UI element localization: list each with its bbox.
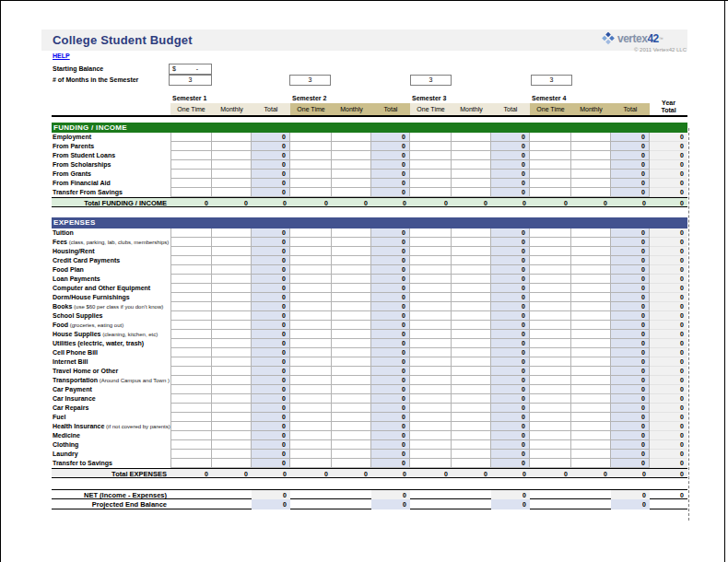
cell-monthly[interactable] [452,339,491,348]
cell-one-time[interactable] [530,311,571,321]
cell-monthly[interactable] [332,188,371,197]
cell-one-time[interactable] [290,404,332,413]
cell-one-time[interactable] [530,357,571,367]
cell-monthly[interactable] [212,188,252,197]
cell-one-time[interactable] [170,275,212,284]
cell-monthly[interactable] [452,311,491,321]
cell-monthly[interactable] [212,238,252,247]
cell-monthly[interactable] [571,275,611,284]
cell-monthly[interactable] [452,357,491,367]
cell-one-time[interactable] [290,450,332,459]
cell-monthly[interactable] [332,142,371,151]
cell-monthly[interactable] [212,170,252,179]
cell-monthly[interactable] [212,247,252,256]
cell-monthly[interactable] [332,151,371,160]
cell-one-time[interactable] [530,348,571,357]
cell-one-time[interactable] [170,170,212,179]
cell-one-time[interactable] [290,422,332,431]
cell-monthly[interactable] [212,151,252,160]
cell-one-time[interactable] [530,275,571,284]
cell-one-time[interactable] [530,228,571,238]
cell-monthly[interactable] [571,293,611,302]
cell-monthly[interactable] [571,142,611,151]
cell-monthly[interactable] [332,348,371,357]
cell-monthly[interactable] [452,404,491,413]
cell-monthly[interactable] [452,228,491,238]
cell-one-time[interactable] [290,459,332,468]
cell-monthly[interactable] [212,265,252,275]
cell-one-time[interactable] [170,367,212,376]
cell-one-time[interactable] [170,404,212,413]
cell-monthly[interactable] [452,293,491,302]
cell-one-time[interactable] [290,302,332,311]
cell-monthly[interactable] [212,284,252,293]
months-input-semester-4[interactable]: 3 [531,75,572,86]
cell-one-time[interactable] [170,265,212,275]
cell-monthly[interactable] [212,179,252,188]
cell-one-time[interactable] [290,431,332,440]
cell-monthly[interactable] [452,321,491,330]
cell-one-time[interactable] [290,413,332,422]
cell-monthly[interactable] [332,265,371,275]
cell-one-time[interactable] [410,404,452,413]
cell-one-time[interactable] [290,321,332,330]
cell-one-time[interactable] [170,228,212,238]
cell-monthly[interactable] [212,293,252,302]
cell-monthly[interactable] [212,330,252,339]
cell-one-time[interactable] [410,376,452,385]
cell-monthly[interactable] [332,321,371,330]
cell-one-time[interactable] [530,440,571,450]
cell-one-time[interactable] [290,394,332,404]
cell-monthly[interactable] [332,311,371,321]
cell-monthly[interactable] [332,440,371,450]
cell-one-time[interactable] [410,459,452,468]
cell-one-time[interactable] [290,275,332,284]
cell-monthly[interactable] [212,339,252,348]
cell-monthly[interactable] [332,160,371,170]
cell-one-time[interactable] [410,256,452,265]
cell-one-time[interactable] [530,339,571,348]
cell-monthly[interactable] [332,170,371,179]
months-input-semester-1[interactable]: 3 [169,75,212,86]
cell-monthly[interactable] [212,440,252,450]
cell-monthly[interactable] [212,413,252,422]
cell-monthly[interactable] [332,339,371,348]
cell-monthly[interactable] [571,339,611,348]
cell-one-time[interactable] [170,179,212,188]
cell-monthly[interactable] [571,440,611,450]
cell-monthly[interactable] [571,238,611,247]
cell-one-time[interactable] [170,151,212,160]
cell-monthly[interactable] [452,170,491,179]
cell-one-time[interactable] [290,385,332,394]
cell-one-time[interactable] [170,160,212,170]
cell-one-time[interactable] [290,348,332,357]
cell-monthly[interactable] [571,284,611,293]
cell-one-time[interactable] [410,284,452,293]
cell-one-time[interactable] [290,376,332,385]
cell-one-time[interactable] [170,385,212,394]
cell-monthly[interactable] [571,188,611,197]
cell-monthly[interactable] [452,275,491,284]
cell-one-time[interactable] [290,247,332,256]
cell-one-time[interactable] [410,339,452,348]
cell-one-time[interactable] [170,431,212,440]
cell-one-time[interactable] [530,459,571,468]
cell-one-time[interactable] [290,284,332,293]
cell-monthly[interactable] [571,256,611,265]
cell-monthly[interactable] [571,265,611,275]
cell-one-time[interactable] [290,170,332,179]
cell-one-time[interactable] [410,321,452,330]
months-input-semester-2[interactable]: 3 [289,75,331,86]
cell-monthly[interactable] [332,450,371,459]
cell-one-time[interactable] [410,142,452,151]
cell-one-time[interactable] [530,188,571,197]
cell-one-time[interactable] [530,238,571,247]
cell-monthly[interactable] [571,247,611,256]
cell-one-time[interactable] [170,357,212,367]
cell-monthly[interactable] [332,394,371,404]
cell-monthly[interactable] [452,265,491,275]
cell-monthly[interactable] [452,367,491,376]
cell-monthly[interactable] [212,256,252,265]
cell-monthly[interactable] [571,348,611,357]
cell-one-time[interactable] [410,348,452,357]
